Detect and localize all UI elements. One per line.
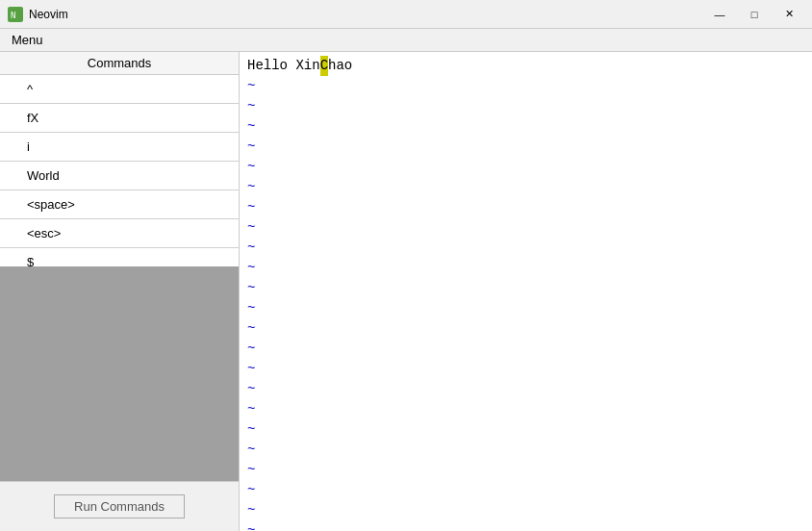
tilde-line: ~ (247, 460, 804, 480)
tilde-char: ~ (247, 298, 255, 318)
bottom-bar: Run Commands (0, 481, 239, 531)
tilde-line: ~ (247, 76, 804, 96)
tilde-line: ~ (247, 419, 804, 440)
window-title: Neovim (29, 8, 704, 21)
tilde-char: ~ (247, 76, 255, 96)
tilde-char: ~ (247, 359, 255, 379)
title-bar: N Neovim — □ ✕ (0, 0, 812, 29)
tilde-char: ~ (247, 339, 255, 359)
tilde-line: ~ (247, 440, 804, 460)
tilde-line: ~ (247, 157, 804, 177)
tilde-line: ~ (247, 379, 804, 399)
tilde-char: ~ (247, 157, 255, 177)
tilde-char: ~ (247, 500, 255, 520)
gray-area (0, 266, 239, 481)
tilde-char: ~ (247, 520, 255, 531)
row-cell: <space> (19, 193, 239, 215)
tilde-char: ~ (247, 480, 255, 500)
tilde-line: ~ (247, 197, 804, 217)
tilde-line: ~ (247, 298, 804, 318)
app-icon: N (8, 7, 23, 22)
left-panel: Commands ^ fX i (0, 52, 240, 531)
tilde-char: ~ (247, 460, 255, 480)
editor-line-1: Hello Xin Chao (247, 56, 804, 76)
table-row[interactable]: <space> (0, 190, 239, 219)
row-cell: <esc> (19, 222, 239, 244)
tilde-line: ~ (247, 258, 804, 278)
tilde-line: ~ (247, 500, 804, 520)
tilde-line: ~ (247, 399, 804, 419)
tilde-char: ~ (247, 238, 255, 258)
maximize-button[interactable]: □ (739, 5, 770, 24)
tilde-char: ~ (247, 399, 255, 419)
tilde-char: ~ (247, 217, 255, 238)
table-header: Commands (0, 52, 239, 75)
table-row[interactable]: <esc> (0, 219, 239, 248)
editor-panel[interactable]: Hello Xin Chao ~ ~ ~ ~ ~ ~ ~ ~ ~ ~ ~ ~ ~… (240, 52, 812, 531)
row-cell: World (19, 164, 239, 187)
editor-text-prefix: Hello Xin (247, 56, 320, 76)
run-commands-button[interactable]: Run Commands (54, 494, 185, 518)
tilde-char: ~ (247, 96, 255, 116)
window-controls: — □ ✕ (704, 5, 804, 24)
tilde-line: ~ (247, 359, 804, 379)
menu-bar: Menu (0, 29, 812, 52)
tilde-line: ~ (247, 520, 804, 531)
tilde-line: ~ (247, 318, 804, 339)
tilde-char: ~ (247, 258, 255, 278)
minimize-button[interactable]: — (704, 5, 735, 24)
row-cell: ^ (19, 78, 239, 100)
tilde-line: ~ (247, 116, 804, 137)
table-row[interactable]: i (0, 133, 239, 162)
table-row[interactable]: fX (0, 104, 239, 133)
tilde-char: ~ (247, 116, 255, 137)
tilde-char: ~ (247, 419, 255, 440)
tilde-line: ~ (247, 339, 804, 359)
row-cell: i (19, 136, 239, 158)
tilde-char: ~ (247, 278, 255, 298)
table-row[interactable]: World (0, 162, 239, 190)
menu-item-menu[interactable]: Menu (4, 31, 51, 49)
table-row[interactable]: $ (0, 248, 239, 266)
tilde-char: ~ (247, 318, 255, 339)
tilde-line: ~ (247, 96, 804, 116)
tilde-line: ~ (247, 217, 804, 238)
row-cell: $ (19, 251, 239, 266)
table-body: ^ fX i World (0, 75, 239, 266)
tilde-char: ~ (247, 197, 255, 217)
commands-table: Commands ^ fX i (0, 52, 239, 266)
tilde-char: ~ (247, 379, 255, 399)
row-cell: fX (19, 107, 239, 129)
tilde-line: ~ (247, 480, 804, 500)
tilde-line: ~ (247, 137, 804, 157)
svg-text:N: N (11, 11, 15, 20)
editor-text-suffix: hao (328, 56, 352, 76)
tilde-line: ~ (247, 177, 804, 197)
tilde-line: ~ (247, 238, 804, 258)
main-content: Commands ^ fX i (0, 52, 812, 531)
table-row[interactable]: ^ (0, 75, 239, 104)
tilde-char: ~ (247, 137, 255, 157)
editor-cursor: C (320, 56, 328, 76)
tilde-char: ~ (247, 440, 255, 460)
close-button[interactable]: ✕ (774, 5, 804, 24)
tilde-char: ~ (247, 177, 255, 197)
tilde-line: ~ (247, 278, 804, 298)
